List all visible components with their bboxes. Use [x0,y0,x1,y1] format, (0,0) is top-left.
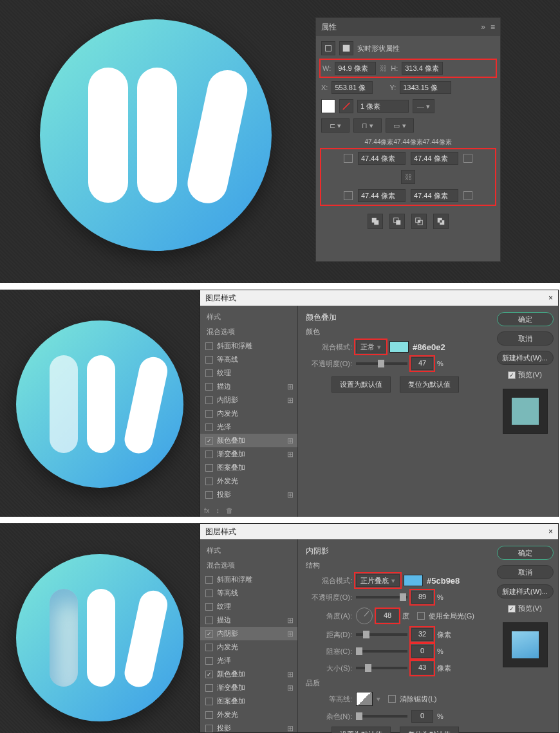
style-item-5[interactable]: 内发光 [200,640,297,654]
add-effect-icon[interactable]: ⊞ [287,629,294,638]
style-item-3[interactable]: 描边⊞ [200,613,297,627]
style-item-0[interactable]: 斜面和浮雕 [200,573,297,586]
style-item-9[interactable]: 图案叠加 [200,694,297,708]
preview-checkbox[interactable]: ✓ 预览(V) [508,370,542,380]
distance-slider[interactable] [356,633,407,636]
add-effect-icon[interactable]: ⊞ [287,436,294,445]
add-effect-icon[interactable]: ⊞ [287,724,294,733]
distance-input[interactable]: 32 [411,628,433,641]
style-checkbox[interactable] [205,684,213,692]
add-effect-icon[interactable]: ⊞ [287,683,294,692]
blend-mode-select[interactable]: 正片叠底 ▾ [356,574,400,587]
style-checkbox[interactable] [205,711,213,719]
blend-options-header[interactable]: 混合选项 [200,558,297,573]
dialog-titlebar[interactable]: 图层样式 × [200,290,558,306]
style-checkbox[interactable] [205,478,213,485]
fx-trash-icon[interactable]: 🗑 [226,506,233,514]
cancel-button[interactable]: 取消 [497,331,554,346]
add-effect-icon[interactable]: ⊞ [287,382,294,391]
style-checkbox[interactable] [205,657,213,665]
reset-default-button[interactable]: 复位为默认值 [400,376,459,393]
style-item-8[interactable]: 渐变叠加⊞ [200,447,297,461]
preview-checkbox[interactable]: ✓ 预览(V) [508,604,542,613]
set-default-button[interactable]: 设置为默认值 [331,376,391,393]
style-checkbox[interactable] [205,644,213,651]
size-slider[interactable] [356,667,407,669]
style-checkbox[interactable] [205,603,213,611]
angle-dial[interactable] [356,608,373,624]
set-default-button[interactable]: 设置为默认值 [331,727,391,733]
noise-slider[interactable] [356,715,407,718]
corner-br-input[interactable]: 47.44 像素 [411,189,458,202]
style-item-6[interactable]: 光泽 [200,420,297,434]
color-swatch[interactable] [404,575,423,586]
close-icon[interactable]: × [548,293,553,302]
style-item-6[interactable]: 光泽 [200,654,297,667]
choke-input[interactable]: 0 [411,645,433,658]
blend-options-header[interactable]: 混合选项 [200,324,297,339]
style-checkbox[interactable] [205,450,213,458]
stroke-swatch[interactable] [339,99,353,113]
fx-add-icon[interactable]: ↕ [216,506,220,514]
style-checkbox[interactable] [205,491,213,499]
properties-titlebar[interactable]: 属性 » ≡ [316,18,500,36]
corner-tr-toggle[interactable] [463,154,472,163]
pathop-combine[interactable] [368,214,383,229]
style-checkbox[interactable] [205,410,213,418]
width-input[interactable]: 94.9 像素 [335,62,376,75]
align-dropdown[interactable]: ▭ ▾ [386,118,414,133]
ok-button[interactable]: 确定 [497,546,554,560]
style-checkbox[interactable] [205,589,213,597]
global-light-checkbox[interactable] [417,612,425,620]
cap-dropdown[interactable]: ⊏ ▾ [321,118,350,133]
add-effect-icon[interactable]: ⊞ [287,450,294,459]
style-item-4[interactable]: ✓内阴影⊞ [200,627,297,640]
style-item-11[interactable]: 投影⊞ [200,721,297,733]
collapse-icon[interactable]: » [481,23,485,32]
stroke-width-input[interactable]: 1 像素 [357,100,409,113]
style-checkbox[interactable]: ✓ [205,671,213,678]
corner-bl-input[interactable]: 47.44 像素 [358,189,406,202]
style-item-4[interactable]: 内阴影⊞ [200,393,297,407]
fill-swatch[interactable] [321,99,335,113]
styles-header[interactable]: 样式 [200,543,297,558]
style-item-1[interactable]: 等高线 [200,586,297,600]
style-item-1[interactable]: 等高线 [200,353,297,366]
pathop-exclude[interactable] [433,214,449,229]
x-input[interactable]: 553.81 像 [331,81,373,94]
antialias-checkbox[interactable] [388,695,396,703]
style-item-10[interactable]: 外发光 [200,708,297,721]
add-effect-icon[interactable]: ⊞ [287,670,294,679]
cancel-button[interactable]: 取消 [497,565,554,579]
style-checkbox[interactable] [205,617,213,624]
reset-default-button[interactable]: 复位为默认值 [400,727,459,733]
style-checkbox[interactable] [205,369,213,377]
style-item-8[interactable]: 渐变叠加⊞ [200,681,297,694]
style-checkbox[interactable]: ✓ [205,437,213,445]
add-effect-icon[interactable]: ⊞ [287,396,294,405]
blend-mode-select[interactable]: 正常 ▾ [356,340,386,353]
corner-tl-input[interactable]: 47.44 像素 [358,152,406,165]
noise-input[interactable]: 0 [411,710,433,723]
angle-input[interactable]: 48 [377,609,398,622]
style-item-7[interactable]: ✓颜色叠加⊞ [200,667,297,681]
style-checkbox[interactable] [205,725,213,732]
new-style-button[interactable]: 新建样式(W)... [497,584,554,598]
dialog-titlebar[interactable]: 图层样式 × [200,524,558,539]
link-corners-icon[interactable]: ⛓ [401,170,415,184]
style-item-2[interactable]: 纹理 [200,366,297,380]
link-wh-icon[interactable]: ⛓ [380,64,387,72]
add-effect-icon[interactable]: ⊞ [287,616,294,625]
style-item-5[interactable]: 内发光 [200,407,297,420]
pathop-subtract[interactable] [389,214,405,229]
style-checkbox[interactable] [205,576,213,584]
color-swatch[interactable] [389,341,409,353]
style-item-2[interactable]: 纹理 [200,600,297,613]
menu-icon[interactable]: ≡ [490,23,495,32]
style-checkbox[interactable] [205,423,213,431]
style-item-0[interactable]: 斜面和浮雕 [200,339,297,353]
corner-tl-toggle[interactable] [344,154,353,163]
choke-slider[interactable] [356,650,407,653]
fx-icon[interactable]: fx [204,506,210,514]
style-checkbox[interactable] [205,342,213,350]
